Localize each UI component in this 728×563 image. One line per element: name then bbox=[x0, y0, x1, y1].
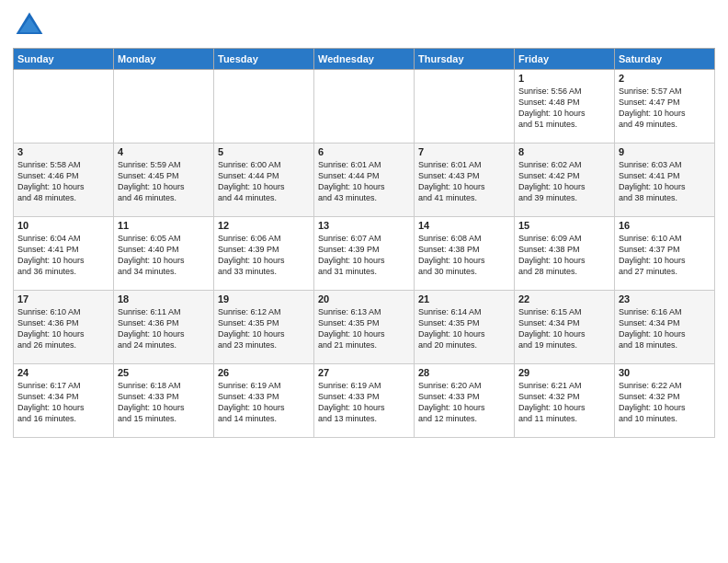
calendar-cell: 30Sunrise: 6:22 AM Sunset: 4:32 PM Dayli… bbox=[615, 364, 715, 438]
cell-content: Sunrise: 6:10 AM Sunset: 4:36 PM Dayligh… bbox=[17, 306, 109, 351]
day-number: 10 bbox=[17, 220, 109, 231]
calendar-cell: 24Sunrise: 6:17 AM Sunset: 4:34 PM Dayli… bbox=[14, 364, 114, 438]
day-number: 26 bbox=[218, 367, 310, 378]
calendar-cell: 11Sunrise: 6:05 AM Sunset: 4:40 PM Dayli… bbox=[114, 217, 214, 291]
cell-content: Sunrise: 6:21 AM Sunset: 4:32 PM Dayligh… bbox=[518, 380, 610, 425]
cell-content: Sunrise: 5:56 AM Sunset: 4:48 PM Dayligh… bbox=[518, 86, 610, 131]
calendar-cell: 13Sunrise: 6:07 AM Sunset: 4:39 PM Dayli… bbox=[314, 217, 415, 291]
col-header-saturday: Saturday bbox=[615, 49, 715, 70]
day-number: 6 bbox=[318, 146, 410, 157]
week-row-5: 24Sunrise: 6:17 AM Sunset: 4:34 PM Dayli… bbox=[14, 364, 715, 438]
cell-content: Sunrise: 6:19 AM Sunset: 4:33 PM Dayligh… bbox=[218, 380, 310, 425]
cell-content: Sunrise: 6:19 AM Sunset: 4:33 PM Dayligh… bbox=[318, 380, 410, 425]
calendar-cell: 17Sunrise: 6:10 AM Sunset: 4:36 PM Dayli… bbox=[14, 291, 114, 364]
col-header-thursday: Thursday bbox=[415, 49, 515, 70]
week-row-4: 17Sunrise: 6:10 AM Sunset: 4:36 PM Dayli… bbox=[14, 291, 715, 364]
day-number: 7 bbox=[418, 146, 510, 157]
day-number: 23 bbox=[619, 293, 711, 304]
cell-content: Sunrise: 6:14 AM Sunset: 4:35 PM Dayligh… bbox=[418, 306, 510, 351]
cell-content: Sunrise: 6:01 AM Sunset: 4:43 PM Dayligh… bbox=[418, 159, 510, 204]
week-row-2: 3Sunrise: 5:58 AM Sunset: 4:46 PM Daylig… bbox=[14, 144, 715, 217]
week-row-3: 10Sunrise: 6:04 AM Sunset: 4:41 PM Dayli… bbox=[14, 217, 715, 291]
col-header-monday: Monday bbox=[114, 49, 214, 70]
cell-content: Sunrise: 6:04 AM Sunset: 4:41 PM Dayligh… bbox=[17, 233, 109, 278]
col-header-friday: Friday bbox=[515, 49, 615, 70]
cell-content: Sunrise: 6:18 AM Sunset: 4:33 PM Dayligh… bbox=[118, 380, 210, 425]
cell-content: Sunrise: 6:02 AM Sunset: 4:42 PM Dayligh… bbox=[518, 159, 610, 204]
calendar-cell: 14Sunrise: 6:08 AM Sunset: 4:38 PM Dayli… bbox=[415, 217, 515, 291]
calendar-cell bbox=[14, 70, 114, 144]
day-number: 21 bbox=[418, 293, 510, 304]
calendar-cell: 9Sunrise: 6:03 AM Sunset: 4:41 PM Daylig… bbox=[615, 144, 715, 217]
day-number: 13 bbox=[318, 220, 410, 231]
day-number: 5 bbox=[218, 146, 310, 157]
day-number: 2 bbox=[619, 73, 711, 84]
calendar-cell: 7Sunrise: 6:01 AM Sunset: 4:43 PM Daylig… bbox=[415, 144, 515, 217]
calendar-cell: 2Sunrise: 5:57 AM Sunset: 4:47 PM Daylig… bbox=[615, 70, 715, 144]
calendar-cell: 27Sunrise: 6:19 AM Sunset: 4:33 PM Dayli… bbox=[314, 364, 415, 438]
calendar-cell: 26Sunrise: 6:19 AM Sunset: 4:33 PM Dayli… bbox=[214, 364, 314, 438]
day-number: 24 bbox=[17, 367, 109, 378]
col-header-tuesday: Tuesday bbox=[214, 49, 314, 70]
cell-content: Sunrise: 6:17 AM Sunset: 4:34 PM Dayligh… bbox=[17, 380, 109, 425]
week-row-1: 1Sunrise: 5:56 AM Sunset: 4:48 PM Daylig… bbox=[14, 70, 715, 144]
cell-content: Sunrise: 6:15 AM Sunset: 4:34 PM Dayligh… bbox=[518, 306, 610, 351]
cell-content: Sunrise: 6:06 AM Sunset: 4:39 PM Dayligh… bbox=[218, 233, 310, 278]
day-number: 27 bbox=[318, 367, 410, 378]
cell-content: Sunrise: 6:05 AM Sunset: 4:40 PM Dayligh… bbox=[118, 233, 210, 278]
calendar-cell: 21Sunrise: 6:14 AM Sunset: 4:35 PM Dayli… bbox=[415, 291, 515, 364]
cell-content: Sunrise: 6:07 AM Sunset: 4:39 PM Dayligh… bbox=[318, 233, 410, 278]
cell-content: Sunrise: 5:58 AM Sunset: 4:46 PM Dayligh… bbox=[17, 159, 109, 204]
col-header-wednesday: Wednesday bbox=[314, 49, 415, 70]
cell-content: Sunrise: 6:03 AM Sunset: 4:41 PM Dayligh… bbox=[619, 159, 711, 204]
calendar-cell: 20Sunrise: 6:13 AM Sunset: 4:35 PM Dayli… bbox=[314, 291, 415, 364]
calendar-cell: 12Sunrise: 6:06 AM Sunset: 4:39 PM Dayli… bbox=[214, 217, 314, 291]
cell-content: Sunrise: 6:08 AM Sunset: 4:38 PM Dayligh… bbox=[418, 233, 510, 278]
calendar-cell: 22Sunrise: 6:15 AM Sunset: 4:34 PM Dayli… bbox=[515, 291, 615, 364]
calendar-cell: 5Sunrise: 6:00 AM Sunset: 4:44 PM Daylig… bbox=[214, 144, 314, 217]
cell-content: Sunrise: 6:22 AM Sunset: 4:32 PM Dayligh… bbox=[619, 380, 711, 425]
logo bbox=[13, 9, 50, 42]
day-number: 4 bbox=[118, 146, 210, 157]
calendar-cell: 8Sunrise: 6:02 AM Sunset: 4:42 PM Daylig… bbox=[515, 144, 615, 217]
day-number: 3 bbox=[17, 146, 109, 157]
calendar-cell bbox=[214, 70, 314, 144]
calendar-cell: 3Sunrise: 5:58 AM Sunset: 4:46 PM Daylig… bbox=[14, 144, 114, 217]
day-number: 19 bbox=[218, 293, 310, 304]
page: SundayMondayTuesdayWednesdayThursdayFrid… bbox=[0, 0, 728, 447]
day-number: 17 bbox=[17, 293, 109, 304]
day-number: 28 bbox=[418, 367, 510, 378]
calendar-cell bbox=[314, 70, 415, 144]
cell-content: Sunrise: 5:57 AM Sunset: 4:47 PM Dayligh… bbox=[619, 86, 711, 131]
day-number: 1 bbox=[518, 73, 610, 84]
day-number: 12 bbox=[218, 220, 310, 231]
calendar-cell bbox=[114, 70, 214, 144]
calendar-cell: 19Sunrise: 6:12 AM Sunset: 4:35 PM Dayli… bbox=[214, 291, 314, 364]
calendar-cell: 4Sunrise: 5:59 AM Sunset: 4:45 PM Daylig… bbox=[114, 144, 214, 217]
cell-content: Sunrise: 6:20 AM Sunset: 4:33 PM Dayligh… bbox=[418, 380, 510, 425]
day-number: 20 bbox=[318, 293, 410, 304]
header bbox=[13, 9, 715, 42]
cell-content: Sunrise: 6:12 AM Sunset: 4:35 PM Dayligh… bbox=[218, 306, 310, 351]
calendar-cell: 6Sunrise: 6:01 AM Sunset: 4:44 PM Daylig… bbox=[314, 144, 415, 217]
calendar-cell: 29Sunrise: 6:21 AM Sunset: 4:32 PM Dayli… bbox=[515, 364, 615, 438]
day-number: 30 bbox=[619, 367, 711, 378]
calendar-header-row: SundayMondayTuesdayWednesdayThursdayFrid… bbox=[14, 49, 715, 70]
cell-content: Sunrise: 6:16 AM Sunset: 4:34 PM Dayligh… bbox=[619, 306, 711, 351]
cell-content: Sunrise: 5:59 AM Sunset: 4:45 PM Dayligh… bbox=[118, 159, 210, 204]
day-number: 9 bbox=[619, 146, 711, 157]
calendar-cell: 28Sunrise: 6:20 AM Sunset: 4:33 PM Dayli… bbox=[415, 364, 515, 438]
calendar-cell: 10Sunrise: 6:04 AM Sunset: 4:41 PM Dayli… bbox=[14, 217, 114, 291]
day-number: 22 bbox=[518, 293, 610, 304]
day-number: 25 bbox=[118, 367, 210, 378]
calendar-cell: 16Sunrise: 6:10 AM Sunset: 4:37 PM Dayli… bbox=[615, 217, 715, 291]
logo-icon bbox=[13, 9, 46, 42]
day-number: 14 bbox=[418, 220, 510, 231]
calendar-table: SundayMondayTuesdayWednesdayThursdayFrid… bbox=[13, 48, 715, 438]
cell-content: Sunrise: 6:00 AM Sunset: 4:44 PM Dayligh… bbox=[218, 159, 310, 204]
cell-content: Sunrise: 6:13 AM Sunset: 4:35 PM Dayligh… bbox=[318, 306, 410, 351]
day-number: 18 bbox=[118, 293, 210, 304]
day-number: 11 bbox=[118, 220, 210, 231]
calendar-cell: 15Sunrise: 6:09 AM Sunset: 4:38 PM Dayli… bbox=[515, 217, 615, 291]
day-number: 15 bbox=[518, 220, 610, 231]
